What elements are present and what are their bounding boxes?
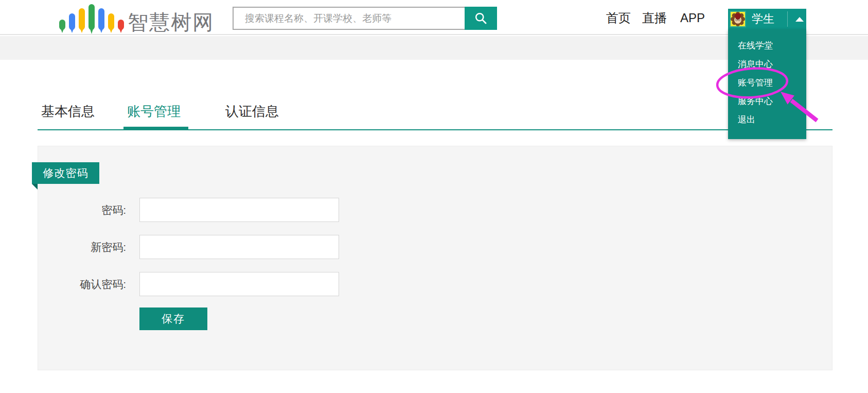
brand-name: 智慧树网 — [128, 8, 214, 37]
password-label: 密码: — [31, 198, 126, 222]
nav-app-link[interactable]: APP — [680, 10, 705, 26]
nav-home-link[interactable]: 首页 — [606, 10, 631, 26]
menu-item-logout[interactable]: 退出 — [728, 111, 806, 129]
dropdown-divider — [787, 11, 788, 27]
nav-live-link[interactable]: 直播 — [642, 10, 667, 26]
new-password-field[interactable] — [139, 235, 339, 259]
save-button[interactable]: 保存 — [139, 307, 207, 330]
section-badge: 修改密码 — [32, 162, 99, 184]
password-field[interactable] — [139, 198, 339, 222]
menu-item-online-classroom[interactable]: 在线学堂 — [728, 37, 806, 55]
menu-item-service-center[interactable]: 服务中心 — [728, 92, 806, 111]
search-button[interactable] — [465, 7, 497, 30]
brand-logo[interactable]: 智慧树网 — [59, 4, 124, 34]
new-password-label: 新密码: — [31, 235, 126, 259]
caret-up-icon[interactable] — [795, 17, 804, 22]
page: 智慧树网 首页 直播 APP 基本信息 账号管理 认证信息 修改密码 密码: 新… — [0, 0, 868, 393]
section-badge-fold — [32, 184, 38, 190]
user-avatar — [730, 11, 746, 27]
menu-item-account-management[interactable]: 账号管理 — [728, 74, 806, 92]
user-dropdown: 学生 在线学堂 消息中心 账号管理 服务中心 退出 — [728, 9, 806, 29]
user-role-label: 学生 — [752, 11, 774, 27]
search-icon — [474, 11, 488, 25]
user-dropdown-menu: 在线学堂 消息中心 账号管理 服务中心 退出 — [728, 29, 806, 139]
logo-bars-icon — [59, 4, 124, 34]
tab-account-management[interactable]: 账号管理 — [127, 102, 181, 121]
menu-item-message-center[interactable]: 消息中心 — [728, 55, 806, 74]
tab-basic-info[interactable]: 基本信息 — [41, 102, 95, 121]
search-input[interactable] — [233, 7, 466, 30]
tab-auth-info[interactable]: 认证信息 — [225, 102, 279, 121]
confirm-password-label: 确认密码: — [31, 272, 126, 296]
confirm-password-field[interactable] — [139, 272, 339, 296]
user-dropdown-trigger[interactable]: 学生 — [728, 9, 806, 29]
active-tab-underline — [123, 127, 188, 130]
